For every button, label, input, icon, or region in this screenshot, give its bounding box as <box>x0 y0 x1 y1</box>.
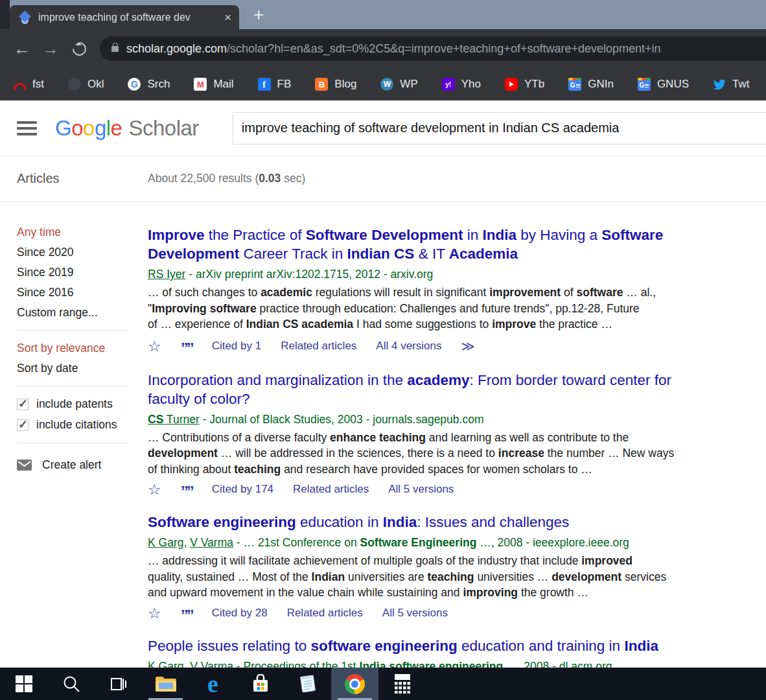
more-actions-icon[interactable]: ≫ <box>461 338 474 354</box>
sidebar-filter-link[interactable]: Sort by relevance <box>17 342 148 355</box>
results-list: Improve the Practice of Software Develop… <box>148 226 757 668</box>
bookmark-item[interactable]: G GNIn <box>568 78 614 91</box>
bookmark-item[interactable]: Twt <box>713 78 749 91</box>
bookmark-item[interactable]: fst <box>13 78 44 91</box>
sidebar-filter-link[interactable]: Custom range... <box>17 306 148 319</box>
tab-close-icon[interactable]: × <box>222 10 234 25</box>
checkbox-icon[interactable] <box>17 399 29 410</box>
result-snippet: … of such changes to academic regulation… <box>148 285 757 332</box>
save-star-icon[interactable]: ☆ <box>148 340 161 352</box>
results-stats: About 22,500 results (0.03 sec) <box>148 172 305 185</box>
bookmark-label: GNUS <box>657 78 689 91</box>
chrome-button[interactable] <box>331 668 378 700</box>
calculator-button[interactable] <box>378 668 426 700</box>
logo-google: Google <box>55 116 122 140</box>
scholar-search-input[interactable] <box>233 112 766 145</box>
bookmark-label: fst <box>32 78 44 91</box>
browser-tab[interactable]: improve teaching of software dev × <box>10 5 239 29</box>
forward-button[interactable]: → <box>36 34 65 63</box>
microsoft-store-button[interactable] <box>237 668 284 700</box>
sidebar-filter-link[interactable]: Since 2020 <box>17 246 148 259</box>
bookmark-item[interactable]: Okl <box>68 78 104 91</box>
create-alert-link[interactable]: Create alert <box>17 458 148 472</box>
result-actions: ☆ ”” Cited by 1 Related articles All 4 v… <box>148 338 757 354</box>
bookmark-label: Twt <box>732 78 749 91</box>
articles-tab[interactable]: Articles <box>0 171 148 186</box>
windows-taskbar: e <box>0 668 766 700</box>
save-star-icon[interactable]: ☆ <box>148 484 161 495</box>
result-title-link[interactable]: Improve the Practice of Software Develop… <box>148 226 757 263</box>
cite-icon[interactable]: ”” <box>181 346 192 351</box>
cited-by-link[interactable]: Cited by 174 <box>212 483 273 496</box>
edge-button[interactable]: e <box>189 668 237 700</box>
bookmark-item[interactable]: M Mail <box>194 78 233 91</box>
all-versions-link[interactable]: All 4 versions <box>376 340 441 353</box>
new-tab-button[interactable]: + <box>253 6 264 24</box>
result-byline[interactable]: CS Turner - Journal of Black Studies, 20… <box>148 412 757 427</box>
youtube-icon <box>505 78 518 91</box>
checkbox-label: include patents <box>36 397 113 411</box>
result-byline[interactable]: RS Iyer - arXiv preprint arXiv:1202.1715… <box>148 266 757 282</box>
result-title-link[interactable]: Software engineering education in India:… <box>148 513 757 531</box>
address-bar[interactable]: scholar.google.com/scholar?hl=en&as_sdt=… <box>100 36 766 61</box>
sidebar-filter-link[interactable]: Any time <box>17 226 148 239</box>
all-versions-link[interactable]: All 5 versions <box>388 483 454 496</box>
file-explorer-icon <box>155 675 177 693</box>
cite-icon[interactable]: ”” <box>181 489 192 495</box>
twitter-icon <box>713 78 726 91</box>
sidebar-divider <box>17 386 128 386</box>
reload-button[interactable] <box>65 34 93 63</box>
search-result: Improve the Practice of Software Develop… <box>148 226 757 354</box>
bookmark-item[interactable]: YTb <box>505 78 544 91</box>
result-title-link[interactable]: People issues relating to software engin… <box>148 636 757 655</box>
related-articles-link[interactable]: Related articles <box>281 340 356 353</box>
bookmark-item[interactable]: f FB <box>258 78 292 91</box>
sidebar-checkbox-row[interactable]: include patents <box>17 397 148 411</box>
result-title-link[interactable]: Incorporation and marginalization in the… <box>148 371 757 408</box>
result-byline[interactable]: K Garg, V Varma - … 21st Conference on S… <box>148 535 757 550</box>
checkbox-icon[interactable] <box>17 419 29 431</box>
reload-icon <box>69 39 89 58</box>
scholar-page: GoogleScholar Articles About 22,500 resu… <box>0 100 766 668</box>
sidebar-filter-link[interactable]: Since 2019 <box>17 266 148 279</box>
search-result: Incorporation and marginalization in the… <box>148 371 757 496</box>
calculator-icon <box>395 674 410 694</box>
blogger-icon: B <box>315 78 328 91</box>
bookmark-item[interactable]: W WP <box>380 78 417 91</box>
related-articles-link[interactable]: Related articles <box>293 483 369 496</box>
bookmark-label: FB <box>277 78 292 91</box>
file-explorer-button[interactable] <box>142 668 189 700</box>
bookmarks-bar: fst Okl G Srch M Mail f FB B Blog W WP y… <box>0 68 766 100</box>
bookmark-item[interactable]: y! Yho <box>442 78 481 91</box>
cited-by-link[interactable]: Cited by 28 <box>212 607 268 620</box>
bookmark-item[interactable]: B Blog <box>315 78 356 91</box>
sidebar-filter-link[interactable]: Since 2016 <box>17 286 148 299</box>
task-view-button[interactable] <box>95 668 142 700</box>
scholar-header: GoogleScholar <box>0 100 766 156</box>
bookmark-label: Srch <box>147 78 170 91</box>
cited-by-link[interactable]: Cited by 1 <box>212 340 262 353</box>
bookmark-label: Yho <box>461 78 481 91</box>
related-articles-link[interactable]: Related articles <box>287 607 363 620</box>
scholar-logo[interactable]: GoogleScholar <box>55 116 199 141</box>
menu-hamburger-icon[interactable] <box>17 121 37 135</box>
start-button[interactable] <box>0 668 47 700</box>
sidebar-filter-link[interactable]: Sort by date <box>17 362 148 375</box>
lock-icon <box>111 46 119 52</box>
save-star-icon[interactable]: ☆ <box>148 607 161 619</box>
notepad-button[interactable] <box>284 668 331 700</box>
envelope-icon <box>17 460 32 471</box>
sidebar-checkbox-row[interactable]: include citations <box>17 418 148 432</box>
result-byline[interactable]: K Garg, V Varma - Proceedings of the 1st… <box>148 659 757 668</box>
bookmark-item[interactable]: G GNUS <box>638 78 689 91</box>
results-header-row: Articles About 22,500 results (0.03 sec) <box>0 156 766 202</box>
taskbar-search-button[interactable] <box>47 668 95 700</box>
result-actions: ☆ ”” Cited by 174 Related articles All 5… <box>148 483 757 496</box>
logo-scholar: Scholar <box>128 116 198 140</box>
cite-icon[interactable]: ”” <box>181 613 192 618</box>
bookmark-label: YTb <box>524 78 544 91</box>
all-versions-link[interactable]: All 5 versions <box>382 607 448 620</box>
back-button[interactable]: ← <box>8 34 36 63</box>
bookmark-item[interactable]: G Srch <box>128 78 170 91</box>
browser-toolbar: ← → scholar.google.com/scholar?hl=en&as_… <box>0 29 766 68</box>
